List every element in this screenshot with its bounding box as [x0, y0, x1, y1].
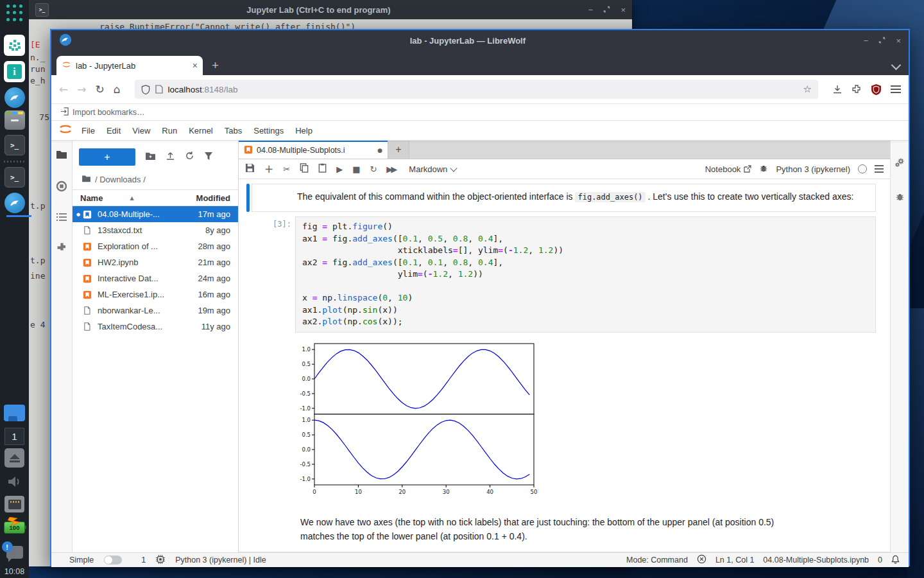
refresh-file-list-icon[interactable]: [185, 151, 194, 163]
terminal-titlebar[interactable]: >_ Jupyter Lab (Ctrl+C to end program) −…: [29, 0, 632, 19]
interrupt-kernel-icon[interactable]: ■: [352, 164, 360, 174]
file-list-header[interactable]: Name ▲ Modified: [73, 189, 238, 206]
file-name[interactable]: Exploration of ...: [98, 241, 198, 251]
terminal-minimize-button[interactable]: −: [588, 5, 594, 15]
menu-file[interactable]: File: [76, 126, 101, 136]
restart-run-all-icon[interactable]: ▶▶: [386, 164, 395, 174]
shield-permissions-icon[interactable]: [141, 85, 150, 94]
downloads-icon[interactable]: [832, 84, 843, 94]
file-row[interactable]: HW2.ipynb21m ago: [73, 254, 238, 270]
upload-icon[interactable]: [166, 151, 175, 163]
file-browser-tab-icon[interactable]: [56, 150, 67, 162]
browser-minimize-button[interactable]: −: [864, 36, 869, 46]
kernel-status-icon[interactable]: [858, 164, 867, 173]
command-mode-indicator[interactable]: Mode: Command: [626, 556, 688, 565]
workspace-badge[interactable]: 1: [0, 428, 29, 445]
column-name[interactable]: Name: [80, 193, 103, 203]
kernel-status-text[interactable]: Python 3 (ipykernel) | Idle: [175, 556, 266, 565]
terminal-taskbar-icon[interactable]: >_: [0, 135, 29, 155]
browser-restore-button[interactable]: [878, 36, 886, 46]
back-icon[interactable]: ←: [59, 83, 68, 96]
home-icon[interactable]: ⌂: [114, 83, 121, 96]
file-name[interactable]: TaxItemCodesa...: [98, 322, 201, 331]
menu-view[interactable]: View: [126, 126, 156, 136]
property-inspector-gears-icon[interactable]: [894, 157, 905, 170]
import-bookmarks-link[interactable]: Import bookmarks…: [73, 108, 145, 117]
menu-help[interactable]: Help: [289, 126, 318, 136]
copy-cells-icon[interactable]: [300, 163, 309, 175]
menu-settings[interactable]: Settings: [248, 126, 289, 136]
file-row[interactable]: Exploration of ...28m ago: [73, 238, 238, 254]
notification-count[interactable]: 0: [878, 556, 882, 565]
librewolf-active-taskbar-icon[interactable]: [0, 193, 29, 213]
url-bar[interactable]: localhost:8148/lab ☆: [135, 80, 818, 99]
toolbar-overflow-icon[interactable]: [875, 165, 884, 173]
tab-close-icon[interactable]: ×: [193, 60, 198, 71]
cell-type-dropdown[interactable]: Markdown: [409, 164, 456, 174]
new-tab-button[interactable]: +: [212, 58, 219, 75]
browser-close-button[interactable]: ×: [896, 36, 901, 46]
cut-cells-icon[interactable]: ✂: [283, 164, 290, 174]
archive-app-icon[interactable]: [0, 110, 29, 130]
cursor-position[interactable]: Ln 1, Col 1: [715, 556, 754, 565]
menu-hamburger-icon[interactable]: [891, 85, 901, 93]
file-name[interactable]: nborwankar-Le...: [98, 306, 198, 315]
url-text[interactable]: localhost:8148/lab: [168, 85, 798, 94]
forward-icon[interactable]: →: [77, 83, 86, 96]
eject-icon[interactable]: [0, 448, 29, 468]
extension-manager-icon[interactable]: [56, 242, 67, 256]
markdown-text[interactable]: We now have two axes (the top with no ti…: [295, 515, 774, 543]
breadcrumb-path[interactable]: / Downloads /: [95, 175, 146, 184]
file-name[interactable]: 04.08-Multiple-...: [98, 209, 198, 219]
save-icon[interactable]: [245, 163, 255, 175]
notifications-icon[interactable]: !: [0, 546, 29, 559]
extensions-puzzle-icon[interactable]: [851, 84, 862, 94]
reload-icon[interactable]: ↻: [96, 83, 105, 96]
volume-icon[interactable]: [0, 474, 29, 489]
file-row[interactable]: nborwankar-Le...19m ago: [73, 302, 238, 319]
new-folder-icon[interactable]: [145, 152, 156, 163]
file-row[interactable]: Interactive Dat...24m ago: [73, 270, 238, 286]
dots-app-icon[interactable]: [0, 35, 29, 56]
insert-cell-icon[interactable]: +: [264, 162, 273, 175]
file-row[interactable]: ML-Exercise1.ip...16m ago: [73, 286, 238, 302]
kernel-chip-icon[interactable]: [156, 555, 165, 566]
info-app-icon[interactable]: i: [0, 61, 29, 82]
code-editor[interactable]: fig = plt.figure()ax1 = fig.add_axes([0.…: [295, 216, 876, 333]
menu-run[interactable]: Run: [156, 126, 183, 136]
show-desktop-icon[interactable]: [0, 405, 29, 421]
menu-kernel[interactable]: Kernel: [183, 126, 219, 136]
browser-tab[interactable]: lab - JupyterLab ×: [56, 56, 203, 75]
markdown-cell-content[interactable]: The equivalent of this command within th…: [252, 184, 876, 212]
browser-titlebar[interactable]: lab - JupyterLab — LibreWolf − ×: [51, 30, 909, 51]
terminal-window-taskbar-icon[interactable]: >_: [0, 167, 29, 188]
breadcrumb[interactable]: / Downloads /: [73, 166, 238, 189]
file-row[interactable]: ●04.08-Multiple-...17m ago: [73, 206, 238, 222]
menu-edit[interactable]: Edit: [101, 126, 126, 136]
site-info-page-icon[interactable]: [155, 85, 163, 94]
bell-icon[interactable]: [891, 555, 900, 566]
paste-cells-icon[interactable]: [318, 163, 327, 175]
librewolf-launcher-icon[interactable]: [0, 87, 29, 108]
filter-icon[interactable]: [204, 152, 213, 163]
battery-indicator[interactable]: 100: [0, 521, 29, 534]
run-cell-icon[interactable]: ▶: [336, 164, 343, 174]
debugger-sidebar-bug-icon[interactable]: [895, 192, 905, 204]
app-grid-icon[interactable]: [0, 4, 29, 21]
notebook-tools-link[interactable]: Notebook: [705, 164, 752, 174]
cell-collapser[interactable]: [246, 216, 250, 333]
selected-cell-indicator[interactable]: [246, 184, 250, 212]
new-document-tab-button[interactable]: +: [388, 141, 409, 159]
file-row[interactable]: 13staxcd.txt8y ago: [73, 222, 238, 238]
running-kernels-icon[interactable]: [56, 180, 67, 195]
list-all-tabs-icon[interactable]: [891, 60, 902, 71]
menu-tabs[interactable]: Tabs: [219, 126, 248, 136]
bookmark-star-icon[interactable]: ☆: [803, 83, 812, 95]
ublock-origin-icon[interactable]: [871, 84, 882, 95]
simple-mode-toggle[interactable]: [104, 556, 122, 565]
column-modified[interactable]: Modified: [196, 193, 230, 203]
code-cell[interactable]: [3]: fig = plt.figure()ax1 = fig.add_axe…: [246, 216, 876, 333]
new-launcher-button[interactable]: +: [79, 148, 135, 166]
restart-kernel-icon[interactable]: ↻: [370, 164, 377, 174]
file-name[interactable]: ML-Exercise1.ip...: [98, 290, 198, 299]
